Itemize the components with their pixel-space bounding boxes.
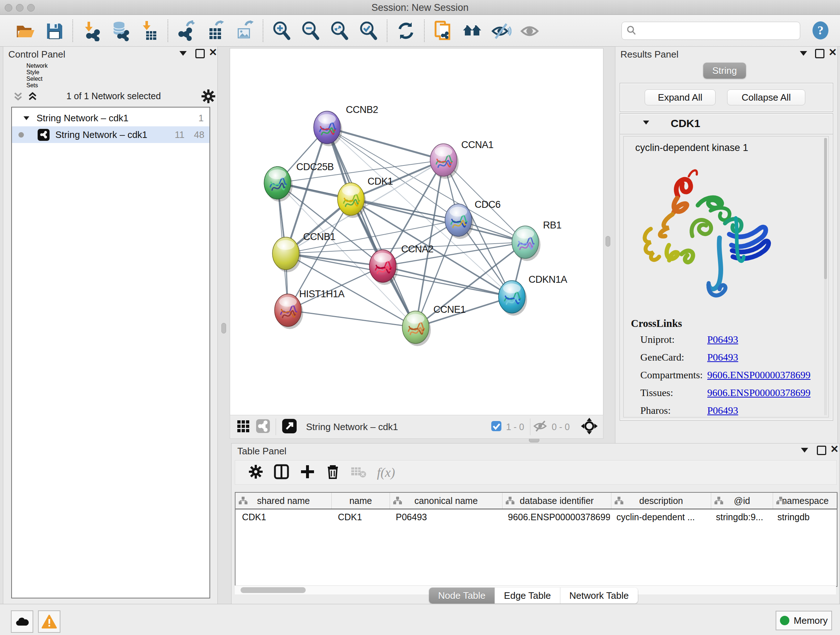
help-icon[interactable]: ? <box>811 21 830 41</box>
application-window: Session: New Session <box>0 0 840 635</box>
close-panel-icon[interactable]: ✕ <box>830 445 838 454</box>
column-header-name[interactable]: name <box>332 493 390 509</box>
move-crosshair-icon[interactable] <box>581 417 598 436</box>
zoom-selected-icon[interactable] <box>358 20 379 41</box>
results-panel-title: Results Panel <box>621 49 678 60</box>
memory-status-dot <box>780 616 789 625</box>
network-node-CCNA2[interactable] <box>369 250 398 285</box>
save-session-icon[interactable] <box>44 20 65 41</box>
import-table-icon[interactable] <box>139 20 160 41</box>
network-node-RB1[interactable] <box>512 226 540 261</box>
network-node-CDKN1A[interactable] <box>499 280 527 316</box>
tab-style[interactable]: Style <box>27 69 48 76</box>
network-node-CDC6[interactable] <box>445 204 474 239</box>
close-panel-icon[interactable]: ✕ <box>829 48 837 57</box>
export-table-icon[interactable] <box>205 20 226 41</box>
crosslink-label: Compartments: <box>640 369 707 381</box>
tab-select[interactable]: Select <box>27 76 48 82</box>
close-panel-icon[interactable]: ✕ <box>209 48 217 57</box>
import-network-database-icon[interactable] <box>110 20 131 41</box>
collapse-all-tree-icon[interactable] <box>13 90 24 104</box>
collapse-panel-icon[interactable] <box>801 448 808 453</box>
tab-network-table[interactable]: Network Table <box>561 587 638 603</box>
tab-network[interactable]: Network <box>27 63 48 69</box>
tab-sets[interactable]: Sets <box>27 82 48 89</box>
float-panel-icon[interactable] <box>815 49 824 58</box>
results-vertical-scrollbar[interactable] <box>824 138 827 415</box>
column-header-databaseidentifier[interactable]: database identifier <box>502 493 611 509</box>
grid-view-icon[interactable] <box>236 419 250 435</box>
export-image-icon[interactable] <box>234 20 255 41</box>
float-panel-icon[interactable] <box>195 49 205 58</box>
table-panel: Table Panel ✕ f(x) shared <box>231 443 840 605</box>
crosslink-label: Tissues: <box>640 387 707 399</box>
network-canvas[interactable]: CCNB2CCNA1CDC25BCDK1CDC6RB1CCNB1CCNA2CDK… <box>230 48 603 416</box>
search-icon <box>625 25 638 37</box>
cloud-icon[interactable] <box>11 610 33 633</box>
share-view-icon[interactable] <box>256 418 271 435</box>
collapse-all-button[interactable]: Collapse All <box>727 89 805 105</box>
table-row[interactable]: CDK1CDK1P064939606.ENSP00000378699cyclin… <box>235 509 837 524</box>
column-header-namespace[interactable]: namespace <box>773 493 838 509</box>
search-input[interactable] <box>641 23 800 38</box>
collection-label: String Network – cdk1 <box>36 112 128 124</box>
add-column-icon[interactable] <box>300 464 316 481</box>
tab-string[interactable]: String <box>703 63 746 79</box>
hidden-eye-icon[interactable] <box>533 420 548 434</box>
network-row[interactable]: String Network – cdk1 11 48 <box>12 126 210 143</box>
crosslink-row: Pharos:P06493 <box>640 405 821 416</box>
column-header-sharedname[interactable]: shared name <box>235 493 332 509</box>
collapse-panel-icon[interactable] <box>800 51 807 56</box>
protein-section-header[interactable]: CDK1 <box>620 114 833 134</box>
column-header-description[interactable]: description <box>611 493 711 509</box>
crosslink-link[interactable]: 9606.ENSP00000378699 <box>707 387 810 399</box>
crosslink-link[interactable]: 9606.ENSP00000378699 <box>707 369 810 381</box>
tab-edge-table[interactable]: Edge Table <box>495 587 561 603</box>
zoom-out-icon[interactable] <box>300 20 321 41</box>
hide-selected-icon[interactable] <box>491 20 512 41</box>
column-header-id[interactable]: @id <box>711 493 773 509</box>
import-network-icon[interactable] <box>81 20 102 41</box>
tab-node-table[interactable]: Node Table <box>429 587 495 603</box>
table-settings-icon[interactable] <box>248 464 264 481</box>
memory-button[interactable]: Memory <box>775 611 832 630</box>
collapse-panel-icon[interactable] <box>180 51 187 56</box>
network-node-CDK1[interactable] <box>338 183 366 218</box>
delete-column-icon[interactable] <box>325 464 340 481</box>
network-options-gear-icon[interactable] <box>201 89 216 104</box>
collection-expander-icon[interactable] <box>24 116 29 120</box>
expand-all-tree-icon[interactable] <box>27 90 38 104</box>
network-node-CCNE1[interactable] <box>402 311 431 346</box>
zoom-fit-icon[interactable] <box>329 20 350 41</box>
network-node-CCNA1[interactable] <box>430 144 459 179</box>
network-node-CDC25B[interactable] <box>264 166 293 202</box>
crosslink-link[interactable]: P06493 <box>707 405 738 416</box>
show-all-icon[interactable] <box>519 20 540 41</box>
float-panel-icon[interactable] <box>817 446 826 455</box>
left-splitter-handle[interactable] <box>221 323 226 333</box>
column-header-canonicalname[interactable]: canonical name <box>390 493 502 509</box>
network-edge-count: 48 <box>194 129 204 141</box>
expand-all-button[interactable]: Expand All <box>645 89 715 105</box>
open-file-icon[interactable] <box>15 20 36 41</box>
scrollbar-thumb[interactable] <box>240 587 306 593</box>
network-node-CCNB2[interactable] <box>314 111 342 146</box>
network-collection-row[interactable]: String Network – cdk1 1 <box>12 110 210 126</box>
network-node-CCNB1[interactable] <box>272 237 301 272</box>
crosslink-link[interactable]: P06493 <box>707 352 738 363</box>
zoom-in-icon[interactable] <box>271 20 292 41</box>
node-label-CCNA1: CCNA1 <box>461 139 493 150</box>
warning-icon[interactable] <box>38 610 60 633</box>
home-icon[interactable] <box>462 20 483 41</box>
show-columns-icon[interactable] <box>273 464 289 481</box>
node-table[interactable]: shared namenamecanonical namedatabase id… <box>235 492 837 587</box>
network-selection-status: 1 of 1 Network selected <box>43 91 184 101</box>
export-network-icon[interactable] <box>176 20 197 41</box>
open-in-window-icon[interactable] <box>281 418 297 435</box>
right-splitter-handle[interactable] <box>606 236 610 247</box>
refresh-layout-icon[interactable] <box>395 20 416 41</box>
selected-checkbox[interactable] <box>490 420 502 434</box>
section-expander-icon[interactable] <box>643 120 649 125</box>
crosslink-link[interactable]: P06493 <box>707 334 738 345</box>
clone-network-icon[interactable] <box>433 20 454 41</box>
